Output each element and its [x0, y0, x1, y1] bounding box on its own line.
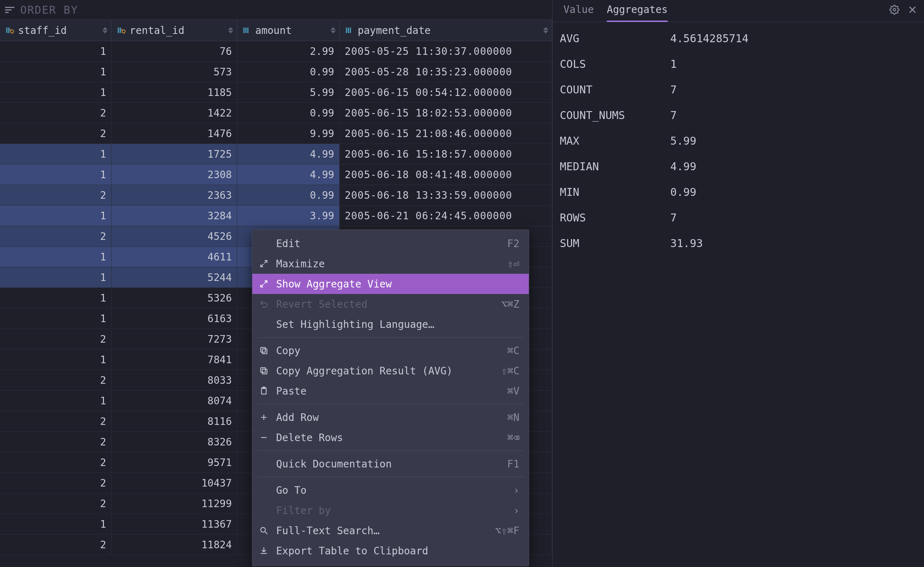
cell-amount[interactable]: 0.99	[237, 103, 340, 123]
cell-staff-id[interactable]: 1	[0, 206, 111, 226]
sort-indicator-icon[interactable]	[331, 27, 336, 33]
cell-rental-id[interactable]: 5244	[111, 267, 237, 288]
cell-amount[interactable]: 0.99	[237, 185, 340, 205]
column-header-payment_date[interactable]: payment_date	[340, 20, 552, 41]
cell-rental-id[interactable]: 1476	[111, 123, 237, 144]
cell-staff-id[interactable]: 1	[0, 165, 111, 184]
menu-item-full-text-search[interactable]: Full-Text Search… ⌥⇧⌘F	[252, 520, 529, 541]
cell-amount[interactable]: 0.99	[237, 62, 340, 82]
menu-item-go-to[interactable]: Go To ›	[252, 480, 529, 500]
gear-icon[interactable]	[889, 5, 900, 17]
cell-rental-id[interactable]: 11824	[111, 534, 237, 555]
cell-staff-id[interactable]: 2	[0, 473, 111, 493]
cell-payment-date[interactable]: 2005-06-15 18:02:53.000000	[340, 103, 552, 123]
cell-staff-id[interactable]: 2	[0, 452, 111, 472]
table-row[interactable]: 15730.992005-05-28 10:35:23.000000	[0, 62, 552, 82]
cell-rental-id[interactable]: 3284	[111, 206, 237, 226]
cell-staff-id[interactable]: 1	[0, 82, 111, 102]
table-row[interactable]: 223630.992005-06-18 13:33:59.000000	[0, 185, 552, 206]
cell-rental-id[interactable]: 11299	[111, 494, 237, 514]
cell-payment-date[interactable]: 2005-05-28 10:35:23.000000	[340, 62, 552, 82]
cell-payment-date[interactable]: 2005-06-18 08:41:48.000000	[340, 165, 552, 184]
cell-rental-id[interactable]: 10437	[111, 473, 237, 493]
cell-staff-id[interactable]: 2	[0, 370, 111, 390]
cell-rental-id[interactable]: 4526	[111, 226, 237, 246]
cell-staff-id[interactable]: 2	[0, 103, 111, 123]
cell-rental-id[interactable]: 8033	[111, 370, 237, 390]
cell-amount[interactable]: 4.99	[237, 144, 340, 164]
cell-staff-id[interactable]: 1	[0, 267, 111, 288]
table-row[interactable]: 1762.992005-05-25 11:30:37.000000	[0, 41, 552, 62]
menu-item-add-row[interactable]: Add Row ⌘N	[252, 407, 529, 428]
cell-staff-id[interactable]: 2	[0, 123, 111, 144]
table-row[interactable]: 214769.992005-06-15 21:08:46.000000	[0, 123, 552, 144]
order-by-bar[interactable]: ORDER BY	[0, 0, 552, 20]
cell-rental-id[interactable]: 2363	[111, 185, 237, 205]
cell-rental-id[interactable]: 76	[111, 41, 237, 62]
cell-amount[interactable]: 4.99	[237, 165, 340, 184]
table-row[interactable]: 111855.992005-06-15 00:54:12.000000	[0, 82, 552, 103]
cell-staff-id[interactable]: 1	[0, 391, 111, 411]
cell-payment-date[interactable]: 2005-06-15 21:08:46.000000	[340, 123, 552, 144]
cell-payment-date[interactable]: 2005-05-25 11:30:37.000000	[340, 41, 552, 62]
menu-item-export-table-to-clipboard[interactable]: Export Table to Clipboard	[252, 541, 529, 561]
cell-payment-date[interactable]: 2005-06-21 06:24:45.000000	[340, 206, 552, 226]
cell-rental-id[interactable]: 6163	[111, 308, 237, 328]
tab-value[interactable]: Value	[563, 0, 594, 22]
menu-item-edit[interactable]: Edit F2	[252, 233, 529, 254]
cell-staff-id[interactable]: 1	[0, 350, 111, 370]
cell-staff-id[interactable]: 2	[0, 494, 111, 514]
cell-payment-date[interactable]: 2005-06-16 15:18:57.000000	[340, 144, 552, 164]
cell-rental-id[interactable]: 1725	[111, 144, 237, 164]
cell-rental-id[interactable]: 9571	[111, 452, 237, 472]
cell-amount[interactable]: 2.99	[237, 41, 340, 62]
cell-amount[interactable]: 3.99	[237, 206, 340, 226]
cell-payment-date[interactable]: 2005-06-15 00:54:12.000000	[340, 82, 552, 102]
close-icon[interactable]	[907, 5, 918, 17]
cell-rental-id[interactable]: 1422	[111, 103, 237, 123]
cell-staff-id[interactable]: 2	[0, 534, 111, 555]
table-row[interactable]: 214220.992005-06-15 18:02:53.000000	[0, 103, 552, 123]
cell-staff-id[interactable]: 1	[0, 62, 111, 82]
cell-rental-id[interactable]: 8116	[111, 411, 237, 431]
sort-indicator-icon[interactable]	[102, 27, 108, 33]
cell-rental-id[interactable]: 8326	[111, 432, 237, 452]
column-header-rental_id[interactable]: rental_id	[111, 20, 237, 41]
cell-rental-id[interactable]: 7273	[111, 329, 237, 349]
menu-item-copy-aggregation-result-avg[interactable]: Copy Aggregation Result (AVG) ⇧⌘C	[252, 361, 529, 381]
menu-item-show-aggregate-view[interactable]: Show Aggregate View	[252, 274, 529, 294]
table-row[interactable]: 117254.992005-06-16 15:18:57.000000	[0, 144, 552, 165]
sort-indicator-icon[interactable]	[228, 27, 233, 33]
table-row[interactable]: 123084.992005-06-18 08:41:48.000000	[0, 165, 552, 185]
cell-payment-date[interactable]: 2005-06-18 13:33:59.000000	[340, 185, 552, 205]
cell-rental-id[interactable]: 573	[111, 62, 237, 82]
cell-staff-id[interactable]: 2	[0, 329, 111, 349]
table-row[interactable]: 132843.992005-06-21 06:24:45.000000	[0, 206, 552, 226]
cell-rental-id[interactable]: 7841	[111, 350, 237, 370]
menu-item-delete-rows[interactable]: Delete Rows ⌘⌫	[252, 428, 529, 448]
cell-staff-id[interactable]: 1	[0, 514, 111, 534]
column-header-staff_id[interactable]: staff_id	[0, 20, 111, 41]
column-header-amount[interactable]: amount	[237, 20, 340, 41]
cell-rental-id[interactable]: 2308	[111, 165, 237, 184]
menu-item-quick-documentation[interactable]: Quick Documentation F1	[252, 454, 529, 474]
menu-item-maximize[interactable]: Maximize ⇧⏎	[252, 254, 529, 274]
cell-staff-id[interactable]: 1	[0, 144, 111, 164]
cell-amount[interactable]: 5.99	[237, 82, 340, 102]
sort-indicator-icon[interactable]	[543, 27, 548, 33]
cell-staff-id[interactable]: 2	[0, 432, 111, 452]
menu-item-copy[interactable]: Copy ⌘C	[252, 340, 529, 361]
cell-rental-id[interactable]: 5326	[111, 288, 237, 308]
menu-item-set-highlighting-language[interactable]: Set Highlighting Language…	[252, 314, 529, 334]
cell-staff-id[interactable]: 1	[0, 247, 111, 267]
tab-aggregates[interactable]: Aggregates	[607, 0, 668, 22]
cell-staff-id[interactable]: 2	[0, 226, 111, 246]
cell-rental-id[interactable]: 4611	[111, 247, 237, 267]
cell-staff-id[interactable]: 2	[0, 185, 111, 205]
menu-item-paste[interactable]: Paste ⌘V	[252, 381, 529, 401]
cell-rental-id[interactable]: 8074	[111, 391, 237, 411]
cell-rental-id[interactable]: 11367	[111, 514, 237, 534]
cell-rental-id[interactable]: 1185	[111, 82, 237, 102]
cell-staff-id[interactable]: 1	[0, 288, 111, 308]
cell-staff-id[interactable]: 1	[0, 41, 111, 62]
